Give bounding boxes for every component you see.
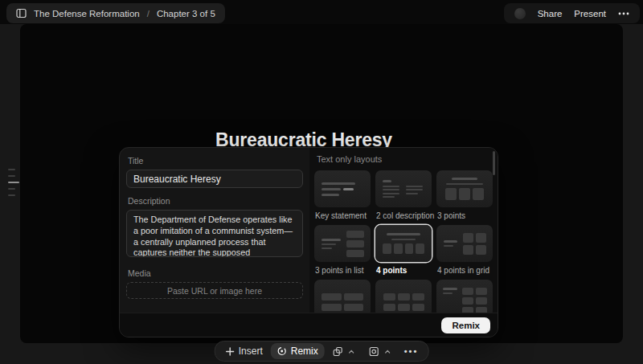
remix-submit-button[interactable]: Remix	[441, 317, 490, 333]
slide-nav-dash-current[interactable]	[8, 182, 19, 183]
media-dropdown-button[interactable]	[362, 344, 397, 359]
layout-thumbnail	[436, 225, 493, 262]
layout-label: 4 points	[376, 266, 432, 275]
breadcrumb-separator: /	[147, 9, 149, 18]
layout-label: 2 col description	[376, 211, 432, 220]
layouts-panel: Text only layouts Key statement	[309, 148, 498, 313]
layout-card-4-points[interactable]: 4 points	[375, 225, 432, 275]
page-label[interactable]: Chapter 3 of 5	[157, 9, 215, 18]
insert-button[interactable]: Insert	[219, 343, 269, 359]
share-button[interactable]: Share	[538, 9, 563, 18]
bottom-toolbar: Insert Remix	[215, 341, 429, 362]
layout-card-2-col-description[interactable]: 2 col description	[375, 170, 432, 220]
layout-label: 4 points in grid	[437, 266, 493, 275]
layout-card-4-points-in-grid[interactable]: 4 points in grid	[436, 225, 493, 275]
present-button[interactable]: Present	[574, 9, 606, 18]
layout-label: 3 points in list	[315, 266, 371, 275]
layout-card-3-points-in-list[interactable]: 3 points in list	[314, 225, 371, 275]
title-field-label: Title	[128, 156, 303, 166]
layout-card-8[interactable]	[375, 280, 432, 313]
card-form: Title Description The Department of Defe…	[120, 148, 309, 313]
layout-grid: Key statement	[314, 170, 491, 313]
plus-icon	[226, 347, 235, 356]
frame-icon	[369, 346, 379, 357]
layout-label: Key statement	[315, 211, 371, 220]
media-field-label: Media	[128, 268, 303, 278]
sidebar-toggle-icon[interactable]	[16, 8, 27, 18]
layouts-scrollbar[interactable]	[493, 151, 495, 175]
remix-icon	[277, 346, 287, 356]
layout-label: 3 points	[437, 211, 493, 220]
breadcrumb: The Defense Reformation / Chapter 3 of 5	[6, 3, 225, 23]
toolbar-more-icon[interactable]: •••	[399, 344, 424, 358]
layouts-header: Text only layouts	[317, 154, 491, 164]
description-field-label: Description	[128, 196, 303, 206]
slide-nav-dash[interactable]	[8, 194, 15, 196]
insert-label: Insert	[239, 346, 263, 357]
media-url-input[interactable]	[126, 282, 303, 299]
slide-nav-dash[interactable]	[8, 188, 15, 190]
layout-thumbnail	[314, 170, 371, 207]
shapes-icon	[333, 346, 343, 357]
description-textarea[interactable]: The Department of Defense operates like …	[126, 210, 303, 257]
layout-thumbnail	[375, 225, 432, 262]
more-options-icon[interactable]	[618, 12, 629, 15]
title-input[interactable]	[126, 170, 303, 188]
remix-tool-label: Remix	[291, 346, 318, 357]
slide-nav-dash[interactable]	[8, 169, 15, 170]
chevron-up-icon	[385, 350, 391, 354]
layout-thumbnail	[375, 280, 432, 313]
layout-card-key-statement[interactable]: Key statement	[314, 170, 371, 220]
layout-card-9[interactable]	[436, 280, 493, 313]
topbar-actions: Share Present	[504, 3, 640, 23]
layout-thumbnail	[436, 170, 493, 207]
layout-card-7[interactable]	[314, 280, 371, 313]
avatar[interactable]	[514, 8, 526, 19]
slide-nav	[8, 169, 19, 196]
remix-tool-button[interactable]: Remix	[271, 343, 325, 359]
chevron-up-icon	[349, 350, 354, 354]
layout-thumbnail	[375, 170, 432, 207]
layout-thumbnail	[436, 280, 493, 313]
edit-card-modal: Title Description The Department of Defe…	[119, 147, 498, 337]
theme-dropdown-button[interactable]	[326, 344, 361, 359]
top-bar: The Defense Reformation / Chapter 3 of 5…	[0, 0, 643, 24]
slide-nav-dash[interactable]	[8, 175, 15, 177]
layout-thumbnail	[314, 225, 371, 262]
layout-thumbnail	[314, 280, 371, 313]
layout-card-3-points[interactable]: 3 points	[436, 170, 493, 220]
doc-title[interactable]: The Defense Reformation	[34, 9, 140, 18]
modal-footer: Remix	[120, 313, 498, 337]
modal-body: Title Description The Department of Defe…	[120, 148, 498, 313]
